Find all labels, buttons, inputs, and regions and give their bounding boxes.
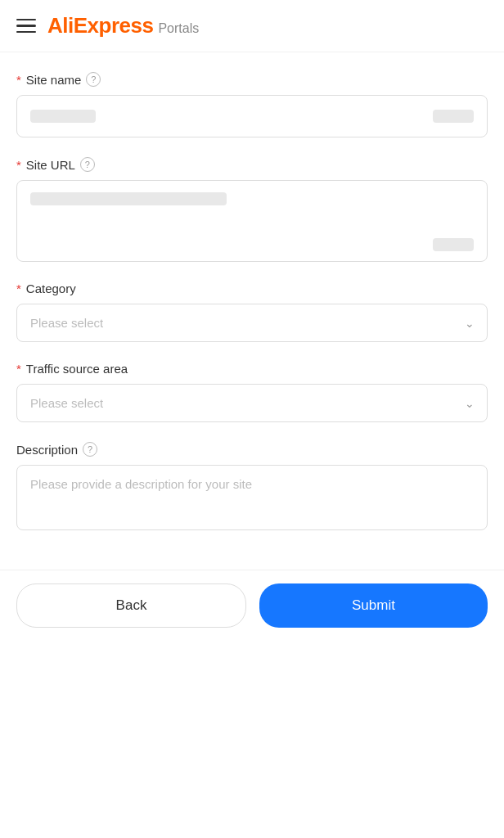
required-marker-traffic: * bbox=[16, 362, 21, 376]
site-url-label-text: Site URL bbox=[26, 158, 75, 172]
required-marker: * bbox=[16, 73, 21, 87]
description-help-icon[interactable]: ? bbox=[83, 442, 97, 457]
description-field-group: Description ? bbox=[16, 442, 488, 534]
button-row: Back Submit bbox=[0, 570, 504, 652]
site-url-field-group: * Site URL ? bbox=[16, 157, 488, 262]
site-name-skeleton-left bbox=[30, 110, 96, 123]
category-select-wrapper: Please select ⌄ bbox=[16, 304, 488, 342]
site-url-skeleton-bottom-right bbox=[433, 238, 474, 251]
portals-label: Portals bbox=[158, 21, 199, 36]
category-label-text: Category bbox=[26, 282, 76, 295]
description-textarea[interactable] bbox=[16, 465, 488, 530]
site-name-input-wrapper bbox=[16, 95, 488, 137]
site-url-help-icon[interactable]: ? bbox=[80, 157, 95, 172]
traffic-source-label: * Traffic source area bbox=[16, 362, 488, 376]
hamburger-menu-icon[interactable] bbox=[16, 19, 36, 34]
back-button[interactable]: Back bbox=[16, 583, 246, 628]
site-url-input-wrapper bbox=[16, 180, 488, 262]
traffic-source-label-text: Traffic source area bbox=[26, 362, 128, 376]
site-url-skeleton-top bbox=[30, 192, 227, 205]
submit-button[interactable]: Submit bbox=[259, 583, 488, 628]
category-label: * Category bbox=[16, 282, 488, 295]
header: AliExpress Portals bbox=[0, 0, 504, 52]
category-select[interactable]: Please select bbox=[16, 304, 488, 342]
required-marker-category: * bbox=[16, 282, 21, 295]
description-label-text: Description bbox=[16, 443, 78, 457]
site-name-label: * Site name ? bbox=[16, 72, 488, 87]
required-marker-url: * bbox=[16, 158, 21, 172]
traffic-source-field-group: * Traffic source area Please select ⌄ bbox=[16, 362, 488, 422]
site-name-help-icon[interactable]: ? bbox=[86, 72, 101, 87]
site-name-skeleton-right bbox=[433, 110, 474, 123]
traffic-source-select-wrapper: Please select ⌄ bbox=[16, 384, 488, 422]
description-label: Description ? bbox=[16, 442, 488, 457]
site-name-label-text: Site name bbox=[26, 73, 82, 87]
site-url-label: * Site URL ? bbox=[16, 157, 488, 172]
category-field-group: * Category Please select ⌄ bbox=[16, 282, 488, 342]
logo: AliExpress bbox=[47, 13, 153, 38]
site-name-field-group: * Site name ? bbox=[16, 72, 488, 137]
form-container: * Site name ? * Site URL ? * Category bbox=[0, 52, 504, 570]
traffic-source-select[interactable]: Please select bbox=[16, 384, 488, 422]
